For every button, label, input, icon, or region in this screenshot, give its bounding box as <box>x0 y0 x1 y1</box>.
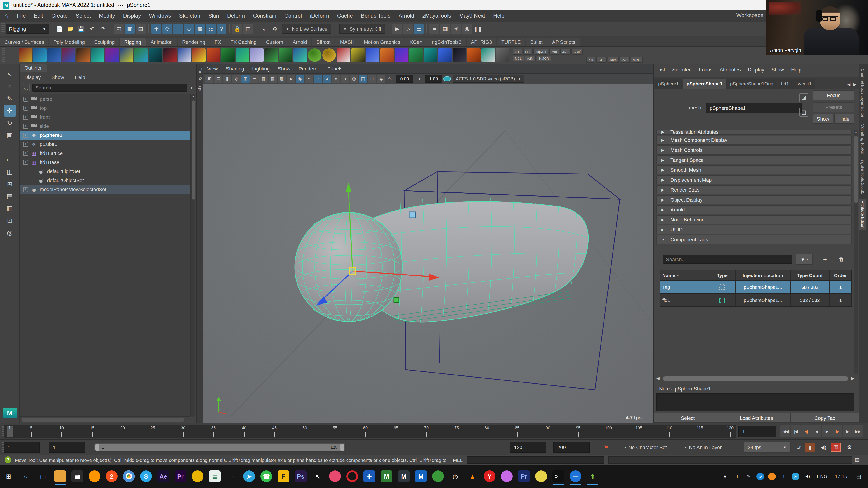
menu-skin[interactable]: Skin <box>204 13 223 19</box>
snap-to-plane-icon[interactable]: ◇ <box>184 24 194 34</box>
shelf-tab-rigging[interactable]: Rigging <box>120 38 146 46</box>
expand-icon[interactable]: + <box>23 151 28 156</box>
menu-skeleton[interactable]: Skeleton <box>175 13 204 19</box>
notes-icon[interactable]: ≣ <box>206 466 223 486</box>
component-tag-row-ffd1[interactable]: ffd1pSphereShape1...382 / 3821 <box>660 294 851 307</box>
mel-label[interactable]: MEL <box>453 457 463 462</box>
add-component-tag-button[interactable]: + <box>820 255 830 264</box>
shelf-tab-fx-caching[interactable]: FX Caching <box>226 38 261 46</box>
colorspace-dropdown[interactable]: ACES 1.0 SDR-video (sRGB)▼ <box>453 75 524 83</box>
shelf-tab-turtle[interactable]: TURTLE <box>497 38 525 46</box>
pin-tab-icon[interactable]: ◫ <box>799 107 808 117</box>
outliner-title-tab[interactable]: Outliner <box>20 64 46 72</box>
go-to-start-button[interactable]: |◀◀ <box>780 425 790 437</box>
shelf-button[interactable] <box>33 48 46 62</box>
mute-audio-icon[interactable]: ◀) <box>818 443 828 452</box>
ae-menu-display[interactable]: Display <box>744 67 768 72</box>
select-tool[interactable]: ↖ <box>3 68 16 80</box>
shelf-button[interactable] <box>366 48 379 62</box>
shelf-button[interactable] <box>134 48 148 62</box>
shelf-sphere-button[interactable] <box>308 48 321 62</box>
menu-modify[interactable]: Modify <box>95 13 119 19</box>
light-editor-icon[interactable]: ☀ <box>451 24 461 34</box>
menu-file[interactable]: File <box>13 13 30 19</box>
drive-icon[interactable] <box>189 466 206 486</box>
figma-icon[interactable]: F <box>275 466 292 486</box>
playback-end-field[interactable]: 120 <box>510 442 546 453</box>
section-node-behavior[interactable]: ▶Node Behavior <box>656 215 852 224</box>
bookmark-icon[interactable]: ▮ <box>223 75 231 83</box>
animation-end-field[interactable]: 200 <box>553 442 590 453</box>
skype-icon[interactable]: S <box>137 466 155 486</box>
gate-mask-icon[interactable]: ▦ <box>269 75 277 83</box>
mesh-name-field[interactable]: pSphereShape1 <box>706 103 802 113</box>
shelf-button[interactable] <box>91 48 104 62</box>
step-forward-key-button[interactable]: |▶ <box>832 425 842 437</box>
shelf-button[interactable] <box>409 48 423 62</box>
outliner-item-top[interactable]: +top <box>20 103 190 112</box>
shelf-button[interactable] <box>265 48 278 62</box>
shelf-tab-ngskintools2[interactable]: ngSkinTools2 <box>427 38 466 46</box>
volume-icon[interactable]: ◄) <box>802 471 812 481</box>
shelf-button[interactable] <box>293 48 307 62</box>
column-header-type[interactable]: Type <box>709 270 736 280</box>
expand-icon[interactable]: + <box>23 115 28 120</box>
chrome-icon[interactable] <box>120 466 137 486</box>
panel-tab-channel-box-layer-editor[interactable]: Channel Box / Layer Editor <box>860 67 866 119</box>
select-button[interactable]: Select <box>654 413 722 423</box>
column-header-type-count[interactable]: Type Count <box>791 270 830 280</box>
undo-icon[interactable]: ↶ <box>87 24 97 34</box>
viewport-menu-panels[interactable]: Panels <box>323 66 346 71</box>
component-tags-filter-button[interactable]: ▼▾ <box>796 254 813 265</box>
shelf-button[interactable] <box>351 48 365 62</box>
shelf-button[interactable] <box>337 48 350 62</box>
ae-menu-focus[interactable]: Focus <box>695 67 716 72</box>
after-effects-icon[interactable]: Ae <box>155 466 172 486</box>
component-tags-search-input[interactable] <box>663 255 792 264</box>
search-icon[interactable]: ○ <box>17 466 34 486</box>
clock[interactable]: 17:15 <box>832 474 850 479</box>
menu-arnold[interactable]: Arnold <box>395 13 418 19</box>
m-blue-icon[interactable]: M <box>412 466 430 486</box>
shelf-mini-button-jnt[interactable]: JNT <box>560 49 570 55</box>
lighting-icon[interactable]: ☀ <box>332 75 340 83</box>
outliner-menu-display[interactable]: Display <box>20 74 45 80</box>
shelf-mini-button-skinf[interactable]: skinF <box>631 57 643 63</box>
ae-tab-pSphereShape1Orig[interactable]: pSphereShape1Orig <box>726 78 777 89</box>
menu-ideform[interactable]: iDeform <box>306 13 333 19</box>
shelf-tab-ap-rig3[interactable]: AP_RIG3 <box>466 38 496 46</box>
shelf-button[interactable] <box>163 48 177 62</box>
panel-tab-ngskintools-2-0-35[interactable]: ngSkinTools 2.0.35 <box>860 158 866 196</box>
shelf-mini-button-yn[interactable]: YN <box>586 57 595 63</box>
isolate-select-icon[interactable]: ◰ <box>359 75 367 83</box>
copy-tab-button[interactable]: Copy Tab <box>791 413 860 423</box>
menu-deform[interactable]: Deform <box>223 13 249 19</box>
photoshop-icon[interactable]: Ps <box>292 466 309 486</box>
ae-tab-pSphere1[interactable]: pSphere1 <box>655 78 682 89</box>
shelf-mini-button-loc[interactable]: Loc <box>523 49 532 55</box>
scale-tool[interactable]: ▣ <box>3 129 16 141</box>
attribute-editor-horizontal-scrollbar[interactable]: ◀▶ <box>656 376 855 382</box>
outliner-filter-icon[interactable]: ◡ <box>23 84 30 91</box>
open-scene-icon[interactable]: 📁 <box>66 24 75 34</box>
shelf-button[interactable] <box>192 48 206 62</box>
current-frame-field[interactable]: 1 <box>738 426 776 437</box>
expand-icon[interactable]: + <box>23 96 28 101</box>
smooth-shade-icon[interactable]: ◔ <box>314 75 322 83</box>
play-backwards-button[interactable]: ◀ <box>811 425 822 437</box>
grid-icon[interactable]: ⊞ <box>241 75 250 83</box>
shelf-button[interactable] <box>279 48 292 62</box>
shelf-tab-poly-modeling[interactable]: Poly Modeling <box>49 38 89 46</box>
bookmark-icon[interactable]: ⚑ <box>601 443 611 452</box>
viewport-menu-lighting[interactable]: Lighting <box>248 66 274 71</box>
shelf-mini-button-mcl[interactable]: MCL <box>513 56 524 61</box>
juice-icon[interactable] <box>532 466 550 486</box>
section-render-stats[interactable]: ▶Render Stats <box>656 185 852 194</box>
shelf-button[interactable] <box>380 48 394 62</box>
outliner-item-pSphere1[interactable]: +❖pSphere1 <box>20 131 190 140</box>
paint-icon[interactable] <box>498 466 515 486</box>
timeline-ruler[interactable]: 1 51015202530354045505560657075808590951… <box>4 425 736 438</box>
custom-layout[interactable]: ⊡ <box>3 215 16 226</box>
whatsapp-icon[interactable]: ☎ <box>258 466 275 486</box>
language-indicator[interactable]: ENG <box>814 474 830 479</box>
